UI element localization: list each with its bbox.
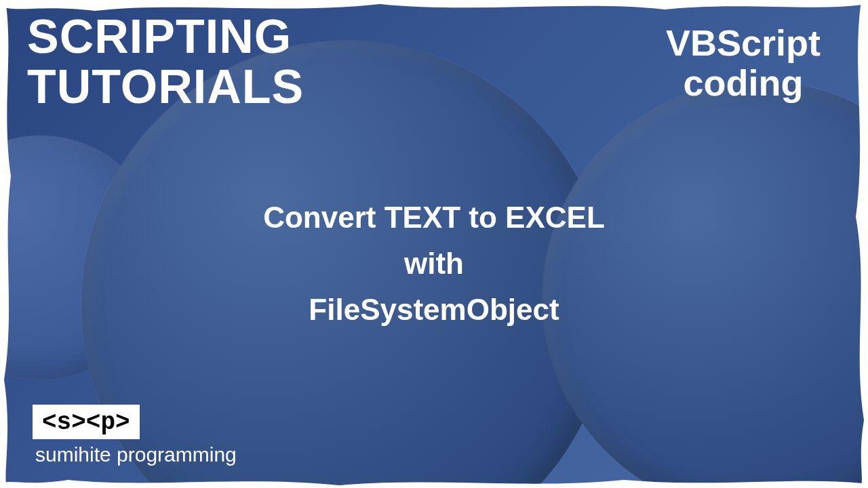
- center-line1: Convert TEXT to EXCEL: [129, 195, 739, 241]
- main-title: SCRIPTING TUTORIALS: [27, 12, 304, 112]
- channel-logo-box: <s><p>: [33, 405, 140, 439]
- main-title-line2: TUTORIALS: [27, 62, 304, 113]
- center-topic: Convert TEXT to EXCEL with FileSystemObj…: [129, 195, 739, 333]
- subtitle-right: VBScript coding: [666, 23, 821, 104]
- subtitle-line1: VBScript: [666, 23, 821, 63]
- main-title-line1: SCRIPTING: [27, 12, 304, 62]
- center-line3: FileSystemObject: [129, 287, 739, 333]
- channel-logo-text: <s><p>: [42, 409, 130, 436]
- channel-name: sumihite programming: [35, 443, 237, 466]
- center-line2: with: [129, 241, 739, 287]
- subtitle-line2: coding: [666, 63, 821, 103]
